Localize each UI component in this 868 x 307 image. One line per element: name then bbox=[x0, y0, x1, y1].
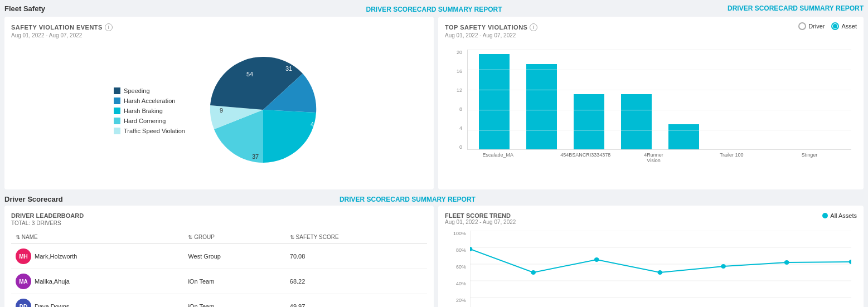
pie-label-44: 44 bbox=[311, 121, 317, 128]
y-pct-100: 100% bbox=[453, 231, 466, 236]
legend-color-harsh-braking bbox=[114, 108, 120, 114]
radio-driver-label: Driver bbox=[808, 23, 825, 30]
point-wed bbox=[594, 257, 599, 262]
driver-1-score: 70.08 bbox=[285, 244, 427, 269]
pie-label-37: 37 bbox=[252, 153, 259, 160]
trend-date: Aug 01, 2022 - Aug 07, 2022 bbox=[445, 219, 516, 225]
radio-asset-circle[interactable] bbox=[831, 22, 839, 30]
pie-label-54: 54 bbox=[246, 71, 253, 77]
bar-chart-inner bbox=[467, 50, 851, 150]
gridline-4 bbox=[468, 130, 851, 130]
table-row: MA Malika,Ahuja iOn Team 68.22 bbox=[11, 269, 427, 294]
leaderboard-count: TOTAL: 3 DRIVERS bbox=[11, 220, 427, 226]
line-y-axis: 100% 80% 60% 40% 20% 0% bbox=[445, 231, 467, 307]
safety-violations-panel: SAFETY VIOLATION EVENTS i Aug 01, 2022 -… bbox=[4, 17, 434, 189]
driver-scorecard-section-title: Driver Scorecard bbox=[4, 195, 63, 203]
legend-speeding: Speeding bbox=[114, 87, 185, 94]
col-safety-score[interactable]: ⇅ SAFETY SCORE bbox=[285, 231, 427, 244]
gridline-16 bbox=[468, 70, 851, 70]
all-assets-badge: All Assets bbox=[822, 212, 857, 219]
legend-color-harsh-accel bbox=[114, 98, 120, 104]
driver-1-group: West Group bbox=[183, 244, 285, 269]
driver-1-cell: MH Mark,Holzworth bbox=[16, 248, 179, 264]
legend-label-harsh-accel: Harsh Acceleration bbox=[124, 98, 175, 104]
driver-2-cell: MA Malika,Ahuja bbox=[16, 274, 179, 289]
col-group[interactable]: ⇅ GROUP bbox=[183, 231, 285, 244]
legend-color-speeding bbox=[114, 87, 120, 94]
y-label-20: 20 bbox=[445, 50, 464, 55]
gridline-20 bbox=[468, 50, 851, 50]
x-label-escalade: Escalade_MA bbox=[482, 152, 513, 163]
pie-chart-svg: 31 44 37 9 54 bbox=[202, 48, 324, 171]
bar-454b bbox=[526, 64, 557, 149]
driver-1-avatar: MH bbox=[16, 248, 31, 264]
driver-2-name: Malika,Ahuja bbox=[35, 278, 70, 285]
x-label-stinger: Stinger bbox=[794, 152, 825, 163]
driver-2-group: iOn Team bbox=[183, 269, 285, 294]
leaderboard-title: DRIVER LEADERBOARD bbox=[11, 212, 427, 219]
pie-segment-harsh-braking bbox=[263, 110, 316, 163]
top-safety-violations-date: Aug 01, 2022 - Aug 07, 2022 bbox=[445, 32, 857, 38]
radio-driver-circle[interactable] bbox=[798, 22, 806, 30]
driver-2-avatar: MA bbox=[16, 274, 31, 289]
bar-chart-container: 20 16 12 8 4 0 bbox=[445, 44, 857, 183]
point-tue bbox=[531, 270, 536, 275]
legend-hard-cornering: Hard Cornering bbox=[114, 118, 185, 124]
y-label-0: 0 bbox=[445, 144, 464, 150]
trend-title: FLEET SCORE TREND bbox=[445, 212, 516, 219]
bottom-section-header: Driver Scorecard DRIVER SCORECARD SUMMAR… bbox=[4, 194, 864, 206]
report-link-top-right[interactable]: DRIVER SCORECARD SUMMARY REPORT bbox=[728, 4, 864, 12]
pie-label-31: 31 bbox=[285, 65, 292, 72]
y-pct-60: 60% bbox=[456, 264, 466, 270]
report-link-top-center[interactable]: DRIVER SCORECARD SUMMARY REPORT bbox=[366, 6, 502, 13]
table-row: DD Dave,Downs iOn Team 49.97 bbox=[11, 294, 427, 308]
drivers-table: ⇅ NAME ⇅ GROUP ⇅ SAFETY SCORE bbox=[11, 231, 427, 307]
x-label-trailer: Trailer 100 bbox=[716, 152, 747, 163]
table-header-row: ⇅ NAME ⇅ GROUP ⇅ SAFETY SCORE bbox=[11, 231, 427, 244]
bottom-row: DRIVER LEADERBOARD TOTAL: 3 DRIVERS ⇅ NA… bbox=[4, 206, 864, 307]
y-label-4: 4 bbox=[445, 125, 464, 131]
driver-3-name: Dave,Downs bbox=[35, 303, 69, 307]
y-pct-20: 20% bbox=[456, 298, 466, 303]
driver-3-score: 49.97 bbox=[285, 294, 427, 308]
radio-driver[interactable]: Driver bbox=[798, 22, 825, 30]
radio-asset-label: Asset bbox=[841, 23, 857, 30]
bar-stinger bbox=[668, 124, 699, 149]
bar-454b-rect bbox=[526, 64, 557, 149]
y-pct-80: 80% bbox=[456, 247, 466, 253]
fleet-safety-title: Fleet Safety bbox=[4, 4, 45, 16]
page: Fleet Safety DRIVER SCORECARD SUMMARY RE… bbox=[0, 0, 868, 307]
driver-scorecard-report-link[interactable]: DRIVER SCORECARD SUMMARY REPORT bbox=[340, 196, 476, 203]
fleet-score-trend-panel: FLEET SCORE TREND Aug 01, 2022 - Aug 07,… bbox=[438, 206, 864, 307]
badge-dot-icon bbox=[822, 213, 828, 218]
safety-violations-date: Aug 01, 2022 - Aug 07, 2022 bbox=[11, 32, 427, 38]
x-label-4runner: 4Runner Vision bbox=[638, 152, 669, 163]
line-chart-container: 100% 80% 60% 40% 20% 0% bbox=[445, 228, 857, 307]
col-name[interactable]: ⇅ NAME bbox=[11, 231, 183, 244]
top-safety-violations-title: TOP SAFETY VIOLATIONS i bbox=[445, 23, 857, 31]
point-fri bbox=[721, 264, 726, 269]
driver-2-score: 68.22 bbox=[285, 269, 427, 294]
line-chart-svg bbox=[470, 231, 851, 307]
legend-harsh-braking: Harsh Braking bbox=[114, 108, 185, 114]
point-sat bbox=[784, 260, 789, 265]
trend-header: FLEET SCORE TREND Aug 01, 2022 - Aug 07,… bbox=[445, 212, 857, 225]
top-safety-violations-panel: TOP SAFETY VIOLATIONS i Aug 01, 2022 - A… bbox=[438, 17, 864, 189]
legend-color-hard-cornering bbox=[114, 118, 120, 124]
safety-violations-title: SAFETY VIOLATION EVENTS i bbox=[11, 23, 427, 31]
safety-violations-info-icon[interactable]: i bbox=[105, 23, 113, 31]
driver-3-cell: DD Dave,Downs bbox=[16, 299, 179, 307]
y-label-16: 16 bbox=[445, 69, 464, 74]
radio-asset[interactable]: Asset bbox=[831, 22, 857, 30]
top-row: SAFETY VIOLATION EVENTS i Aug 01, 2022 -… bbox=[4, 17, 864, 189]
top-safety-violations-info-icon[interactable]: i bbox=[530, 23, 537, 31]
legend-label-traffic-speed: Traffic Speed Violation bbox=[124, 128, 185, 134]
top-panels-header: Fleet Safety DRIVER SCORECARD SUMMARY RE… bbox=[4, 4, 864, 16]
gridline-8 bbox=[468, 110, 851, 110]
legend-label-hard-cornering: Hard Cornering bbox=[124, 118, 166, 124]
driver-1-name: Mark,Holzworth bbox=[35, 253, 77, 260]
trend-line bbox=[470, 249, 851, 272]
trend-title-block: FLEET SCORE TREND Aug 01, 2022 - Aug 07,… bbox=[445, 212, 516, 225]
driver-3-avatar: DD bbox=[16, 299, 31, 307]
bars-container bbox=[468, 50, 851, 149]
